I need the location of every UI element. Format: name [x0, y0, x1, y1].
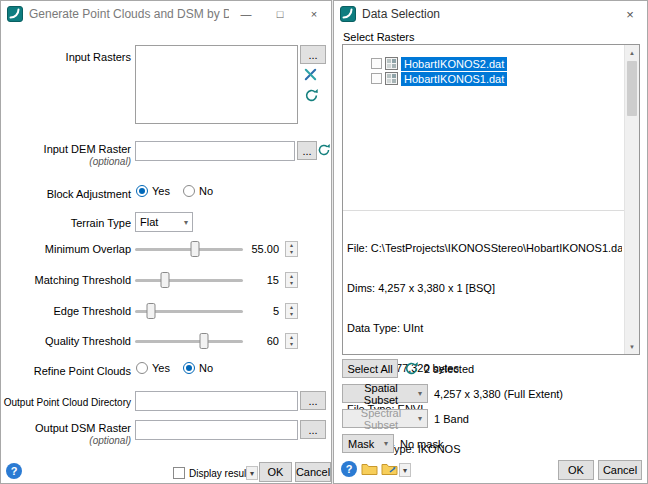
raster-icon: [385, 72, 398, 85]
output-dsm-label: Output DSM Raster: [1, 422, 131, 435]
window-title: Data Selection: [362, 7, 613, 21]
output-point-cloud-field[interactable]: [135, 391, 298, 411]
input-dem-browse-button[interactable]: ...: [297, 141, 317, 160]
spinner-icon[interactable]: ▴▾: [285, 303, 298, 319]
display-result-checkbox[interactable]: [173, 467, 185, 479]
refresh-icon[interactable]: [317, 143, 331, 157]
quality-threshold-label: Quality Threshold: [1, 335, 131, 348]
output-point-cloud-browse-button[interactable]: ...: [300, 391, 326, 410]
titlebar: Data Selection ×: [334, 1, 647, 27]
maximize-icon[interactable]: □: [263, 1, 297, 27]
data-selection-dialog: Data Selection × Select Rasters HobartIK…: [333, 0, 648, 484]
open-options-dropdown-icon[interactable]: ▾: [399, 463, 411, 477]
radio-label: No: [199, 185, 213, 197]
slider-handle[interactable]: [147, 303, 156, 319]
scrollbar[interactable]: ▲ ▼: [624, 45, 639, 354]
close-icon[interactable]: ×: [297, 1, 331, 27]
raster-checkbox[interactable]: [371, 73, 382, 84]
close-icon[interactable]: ×: [613, 1, 647, 27]
edge-threshold-row: Edge Threshold 5 ▴▾: [1, 302, 331, 320]
spin-down-icon[interactable]: ▾: [290, 280, 293, 287]
output-point-cloud-label: Output Point Cloud Directory: [1, 396, 131, 409]
refresh-icon[interactable]: [304, 88, 319, 103]
spin-down-icon[interactable]: ▾: [290, 249, 293, 256]
scroll-thumb[interactable]: [627, 61, 637, 116]
terrain-type-select[interactable]: Flat ▾: [135, 212, 193, 232]
spectral-subset-button: Spectral Subset ▾: [342, 409, 428, 428]
scroll-up-icon[interactable]: ▲: [625, 45, 639, 60]
input-rasters-browse-button[interactable]: ...: [300, 45, 326, 64]
cancel-button[interactable]: Cancel: [295, 462, 331, 482]
cancel-button[interactable]: Cancel: [598, 460, 642, 480]
chevron-down-icon: ▾: [184, 218, 188, 227]
matching-threshold-label: Matching Threshold: [1, 274, 131, 287]
raster-checkbox[interactable]: [371, 58, 382, 69]
refine-yes-radio[interactable]: [136, 362, 148, 374]
edge-threshold-slider[interactable]: [135, 302, 243, 320]
slider-handle[interactable]: [191, 241, 200, 257]
spin-up-icon[interactable]: ▴: [290, 334, 293, 341]
spatial-subset-value: 4,257 x 3,380 (Full Extent): [434, 388, 563, 400]
raster-name[interactable]: HobartIKONOS2.dat: [401, 57, 507, 71]
refine-no-radio[interactable]: [183, 362, 195, 374]
slider-handle[interactable]: [200, 333, 209, 349]
screen: Generate Point Clouds and DSM by Dense..…: [0, 0, 648, 484]
chevron-down-icon: ▾: [418, 389, 422, 398]
spin-down-icon[interactable]: ▾: [290, 311, 293, 318]
output-dsm-browse-button[interactable]: ...: [300, 420, 326, 439]
info-line: Dims: 4,257 x 3,380 x 1 [BSQ]: [347, 282, 622, 295]
block-adjustment-yes-radio[interactable]: [136, 185, 148, 197]
spin-up-icon[interactable]: ▴: [290, 304, 293, 311]
matching-threshold-slider[interactable]: [135, 271, 243, 289]
minimum-overlap-slider[interactable]: [135, 240, 243, 258]
input-dem-field[interactable]: [135, 141, 295, 161]
ok-button[interactable]: OK: [558, 460, 594, 480]
slider-track[interactable]: [135, 279, 243, 282]
envi-app-icon: [340, 6, 356, 22]
scroll-down-icon[interactable]: ▼: [625, 339, 639, 354]
quality-threshold-slider[interactable]: [135, 332, 243, 350]
spin-up-icon[interactable]: ▴: [290, 242, 293, 249]
window-title: Generate Point Clouds and DSM by Dense..…: [29, 7, 229, 21]
open-folder-icon[interactable]: [361, 462, 378, 476]
refresh-icon[interactable]: [404, 361, 419, 376]
radio-label: No: [199, 362, 213, 374]
terrain-type-label: Terrain Type: [1, 217, 131, 230]
input-rasters-list[interactable]: [135, 45, 298, 124]
raster-name[interactable]: HobartIKONOS1.dat: [401, 72, 507, 86]
slider-track[interactable]: [135, 340, 243, 343]
spinner-icon[interactable]: ▴▾: [285, 333, 298, 349]
spatial-subset-label: Spatial Subset: [348, 382, 414, 406]
help-icon[interactable]: ?: [341, 461, 357, 477]
spin-down-icon[interactable]: ▾: [290, 341, 293, 348]
raster-list-item[interactable]: HobartIKONOS2.dat: [371, 56, 507, 71]
spinner-icon[interactable]: ▴▾: [285, 241, 298, 257]
spatial-subset-button[interactable]: Spatial Subset ▾: [342, 384, 428, 403]
select-all-button[interactable]: Select All: [342, 359, 398, 378]
ok-button[interactable]: OK: [259, 462, 292, 482]
mask-button[interactable]: Mask ▾: [342, 434, 394, 453]
slider-handle[interactable]: [161, 272, 170, 288]
slider-track[interactable]: [135, 248, 243, 251]
spin-up-icon[interactable]: ▴: [290, 273, 293, 280]
tools-icon[interactable]: [303, 67, 318, 82]
minimum-overlap-value: 55.00: [243, 243, 279, 255]
raster-list-item[interactable]: HobartIKONOS1.dat: [371, 71, 507, 86]
output-dsm-field[interactable]: [135, 420, 298, 440]
titlebar: Generate Point Clouds and DSM by Dense..…: [1, 1, 331, 27]
help-icon[interactable]: ?: [6, 463, 22, 479]
spectral-subset-value: 1 Band: [434, 413, 469, 425]
open-recent-folder-icon[interactable]: [381, 462, 398, 476]
edge-threshold-label: Edge Threshold: [1, 305, 131, 318]
raster-selection-panel: HobartIKONOS2.dat HobartIKONOS1.dat File…: [342, 44, 640, 355]
radio-label: Yes: [152, 185, 170, 197]
refine-point-clouds-label: Refine Point Clouds: [1, 365, 131, 378]
select-rasters-label: Select Rasters: [343, 31, 415, 43]
input-dem-optional-label: (optional): [1, 156, 131, 167]
display-options-dropdown-icon[interactable]: ▾: [246, 466, 258, 480]
minimize-icon[interactable]: —: [229, 1, 263, 27]
refine-point-clouds-radios: Yes No: [136, 362, 213, 374]
block-adjustment-no-radio[interactable]: [183, 185, 195, 197]
spinner-icon[interactable]: ▴▾: [285, 272, 298, 288]
matching-threshold-value: 15: [243, 274, 279, 286]
